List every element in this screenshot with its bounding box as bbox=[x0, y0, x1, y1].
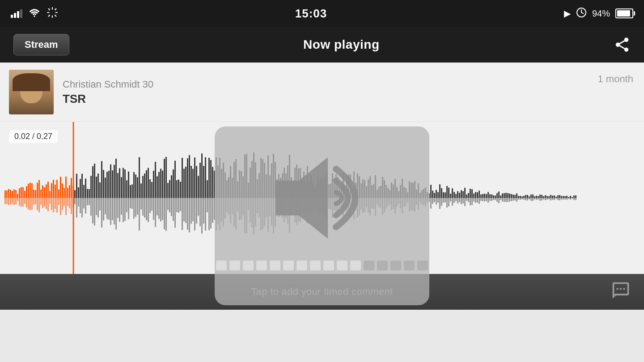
volume-segment-0[interactable] bbox=[216, 261, 227, 270]
volume-slider[interactable] bbox=[216, 261, 428, 270]
volume-segment-15[interactable] bbox=[417, 261, 428, 270]
volume-segment-8[interactable] bbox=[323, 261, 334, 270]
volume-segment-12[interactable] bbox=[377, 261, 388, 270]
time-display: 0.02 / 0.27 bbox=[9, 130, 58, 143]
volume-overlay bbox=[215, 126, 429, 305]
volume-segment-4[interactable] bbox=[270, 261, 280, 270]
clock-icon bbox=[576, 7, 587, 20]
comment-button[interactable] bbox=[611, 281, 631, 302]
volume-icon bbox=[264, 149, 380, 247]
stream-button[interactable]: Stream bbox=[13, 34, 69, 55]
loading-icon bbox=[47, 7, 58, 20]
share-button[interactable] bbox=[614, 36, 631, 53]
volume-segment-2[interactable] bbox=[243, 261, 254, 270]
volume-segment-7[interactable] bbox=[310, 261, 321, 270]
status-left bbox=[11, 7, 58, 20]
wifi-icon bbox=[29, 7, 40, 20]
volume-icon-area bbox=[250, 140, 394, 256]
avatar bbox=[9, 70, 54, 114]
waveform-section[interactable]: 0.02 / 0.27 Tap to add your timed commen… bbox=[0, 122, 644, 310]
battery-percent: 94% bbox=[592, 8, 610, 19]
track-title: TSR bbox=[63, 92, 635, 106]
volume-segment-10[interactable] bbox=[350, 261, 361, 270]
track-text: Christian Schmidt 30 TSR bbox=[63, 79, 635, 106]
track-info: Christian Schmidt 30 TSR 1 month bbox=[0, 63, 644, 122]
volume-segment-5[interactable] bbox=[283, 261, 294, 270]
status-right: ▶ 94% bbox=[564, 7, 633, 20]
volume-segment-13[interactable] bbox=[390, 261, 401, 270]
svg-marker-2 bbox=[275, 157, 328, 239]
nav-title: Now playing bbox=[303, 38, 379, 52]
artist-name: Christian Schmidt 30 bbox=[63, 79, 635, 90]
volume-segment-1[interactable] bbox=[229, 261, 240, 270]
volume-segment-6[interactable] bbox=[297, 261, 307, 270]
share-icon bbox=[614, 36, 631, 53]
volume-segment-14[interactable] bbox=[404, 261, 415, 270]
comment-icon bbox=[611, 281, 631, 300]
status-time: 15:03 bbox=[295, 7, 327, 21]
svg-point-0 bbox=[34, 16, 35, 17]
volume-segment-11[interactable] bbox=[364, 261, 374, 270]
signal-icon bbox=[11, 9, 22, 18]
status-bar: 15:03 ▶ 94% bbox=[0, 0, 644, 27]
play-status-icon: ▶ bbox=[564, 8, 571, 19]
battery-icon bbox=[615, 8, 633, 18]
volume-segment-3[interactable] bbox=[256, 261, 267, 270]
track-time-ago: 1 month bbox=[598, 73, 634, 85]
volume-segment-9[interactable] bbox=[337, 261, 347, 270]
nav-bar: Stream Now playing bbox=[0, 27, 644, 63]
